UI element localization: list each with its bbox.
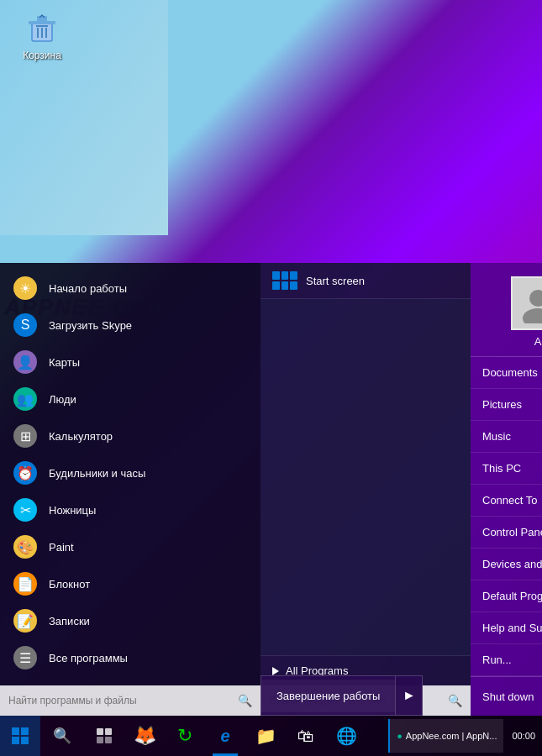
svg-rect-8 — [21, 737, 29, 744]
start-screen-area: Start screen All Programs 🔍 — [260, 263, 471, 716]
right-menu-label-connect-to: Connect To — [482, 494, 538, 507]
right-menu-item-control-panel[interactable]: Control Panel — [471, 517, 542, 549]
taskbar-time: 00:00 — [512, 731, 535, 741]
start-screen-grid-icon — [272, 271, 297, 290]
right-menu-label-default-programs: Default Programs — [482, 590, 542, 602]
start-item-paint[interactable]: 🎨 Paint — [0, 528, 260, 565]
start-item-stickynotes[interactable]: 📝 Записки — [0, 602, 260, 639]
right-menu-item-devices-printers[interactable]: Devices and Printers — [471, 549, 542, 580]
svg-rect-6 — [21, 727, 29, 735]
taskbar-app-button[interactable]: ● AppNee.com | AppN... — [388, 719, 503, 753]
start-item-scissors[interactable]: ✂ Ножницы — [0, 491, 260, 528]
start-item-icon-stickynotes: 📝 — [13, 609, 37, 633]
start-menu-middle: Start screen All Programs 🔍 — [260, 263, 471, 716]
start-search-input[interactable] — [8, 695, 238, 706]
taskbar-icon-file-explorer[interactable]: 📁 — [245, 716, 286, 756]
start-item-calc[interactable]: ⊞ Калькулятор — [0, 417, 260, 454]
start-item-label-maps: Карты — [49, 356, 80, 369]
taskbar-icon-store[interactable]: 🛍 — [286, 716, 326, 756]
right-menu-label-run: Run... — [482, 654, 512, 666]
start-item-label-startup: Начало работы — [49, 282, 127, 295]
right-menu-item-connect-to[interactable]: Connect To — [471, 485, 542, 517]
right-menu-label-documents: Documents — [482, 366, 538, 379]
svg-rect-7 — [12, 737, 19, 744]
start-item-label-scissors: Ножницы — [49, 504, 96, 517]
start-item-allprograms[interactable]: ☰ Все программы — [0, 639, 260, 676]
start-search-bar: 🔍 — [0, 685, 260, 716]
middle-search-icon: 🔍 — [448, 694, 462, 707]
right-menu-item-default-programs[interactable]: Default Programs — [471, 580, 542, 612]
right-menu-item-run[interactable]: Run... — [471, 644, 542, 676]
shutdown-popup: Завершение работы ► — [260, 675, 423, 716]
start-item-icon-allprograms: ☰ — [13, 646, 37, 669]
shutdown-button[interactable]: Shut down — [471, 680, 542, 713]
svg-rect-1 — [29, 21, 55, 24]
start-item-icon-skype: S — [13, 313, 37, 337]
avatar[interactable] — [511, 276, 542, 330]
start-item-label-people: Люди — [49, 393, 76, 406]
start-item-clock[interactable]: ⏰ Будильники и часы — [0, 454, 260, 491]
recycle-bin-label: Корзина — [23, 50, 61, 61]
taskbar-icon-refresh[interactable]: ↻ — [165, 716, 205, 756]
start-programs-list: ☀ Начало работы S Загрузить Skype 👤 Карт… — [0, 263, 260, 685]
start-item-label-stickynotes: Записки — [49, 615, 90, 627]
start-item-icon-clock: ⏰ — [13, 461, 37, 485]
svg-rect-2 — [37, 16, 47, 21]
taskbar-icon-firefox[interactable]: 🦊 — [124, 716, 165, 756]
start-item-label-clock: Будильники и часы — [49, 467, 145, 480]
taskbar-system-tray: 00:00 — [505, 731, 542, 741]
taskbar-app-label: AppNee.com | AppN... — [406, 731, 497, 741]
taskbar-task-view-button[interactable] — [84, 716, 124, 756]
right-menu-label-this-pc: This PC — [482, 462, 521, 475]
desktop: Корзина APPNEE.COM ☀ Начало работы S Заг… — [0, 0, 542, 756]
start-item-icon-scissors: ✂ — [13, 498, 37, 522]
right-menu-label-devices-printers: Devices and Printers — [482, 558, 542, 570]
start-item-people[interactable]: 👥 Люди — [0, 381, 260, 417]
taskbar-icon-edge[interactable]: e — [205, 716, 245, 756]
start-item-skype[interactable]: S Загрузить Skype — [0, 307, 260, 344]
taskbar-pinned-icons: 🦊 ↻ e 📁 🛍 🌐 — [124, 716, 387, 756]
start-item-label-allprograms: Все программы — [49, 652, 128, 664]
start-item-label-paint: Paint — [49, 541, 74, 554]
svg-point-3 — [529, 290, 542, 307]
right-menu-item-pictures[interactable]: Pictures — [471, 389, 542, 421]
right-menu-label-music: Music — [482, 430, 511, 443]
taskbar-search-button[interactable]: 🔍 — [40, 716, 84, 756]
recycle-bin-image — [25, 13, 59, 46]
start-item-label-notepad: Блокнот — [49, 578, 90, 591]
svg-rect-12 — [105, 737, 112, 743]
right-menu-item-help-support[interactable]: Help and Support — [471, 612, 542, 644]
start-search-icon: 🔍 — [238, 694, 252, 707]
right-menu-item-this-pc[interactable]: This PC — [471, 453, 542, 485]
shutdown-popup-label[interactable]: Завершение работы — [261, 680, 395, 712]
shutdown-popup-arrow[interactable]: ► — [395, 676, 422, 715]
all-programs-arrow-icon — [272, 667, 279, 675]
right-menu-list: DocumentsPicturesMusicThis PCConnect ToC… — [471, 357, 542, 676]
user-name: A — [534, 335, 542, 348]
start-item-startup[interactable]: ☀ Начало работы — [0, 270, 260, 307]
start-screen-label-text: Start screen — [306, 275, 365, 287]
start-item-label-calc: Калькулятор — [49, 430, 113, 443]
start-menu-left: ☀ Начало работы S Загрузить Skype 👤 Карт… — [0, 263, 260, 716]
start-item-icon-paint: 🎨 — [13, 535, 37, 559]
taskbar: 🔍 🦊 ↻ e 📁 — [0, 716, 542, 756]
svg-rect-10 — [105, 728, 112, 735]
shutdown-area: Shut down ► — [471, 676, 542, 716]
svg-rect-9 — [97, 728, 103, 735]
start-item-maps[interactable]: 👤 Карты — [0, 344, 260, 381]
recycle-bin-icon[interactable]: Корзина — [13, 13, 71, 61]
start-item-label-skype: Загрузить Skype — [49, 319, 132, 332]
svg-rect-11 — [97, 737, 103, 743]
right-menu-item-music[interactable]: Music — [471, 421, 542, 453]
start-item-icon-maps: 👤 — [13, 350, 37, 374]
taskbar-start-button[interactable] — [0, 716, 40, 756]
taskbar-icon-colorful[interactable]: 🌐 — [326, 716, 366, 756]
right-menu-item-documents[interactable]: Documents — [471, 357, 542, 389]
right-menu-label-pictures: Pictures — [482, 398, 522, 411]
svg-rect-5 — [12, 727, 19, 735]
right-menu-label-help-support: Help and Support — [482, 622, 542, 634]
start-item-notepad[interactable]: 📄 Блокнот — [0, 565, 260, 602]
start-screen-header[interactable]: Start screen — [260, 263, 471, 299]
start-item-icon-startup: ☀ — [13, 276, 37, 300]
svg-point-4 — [523, 308, 542, 323]
